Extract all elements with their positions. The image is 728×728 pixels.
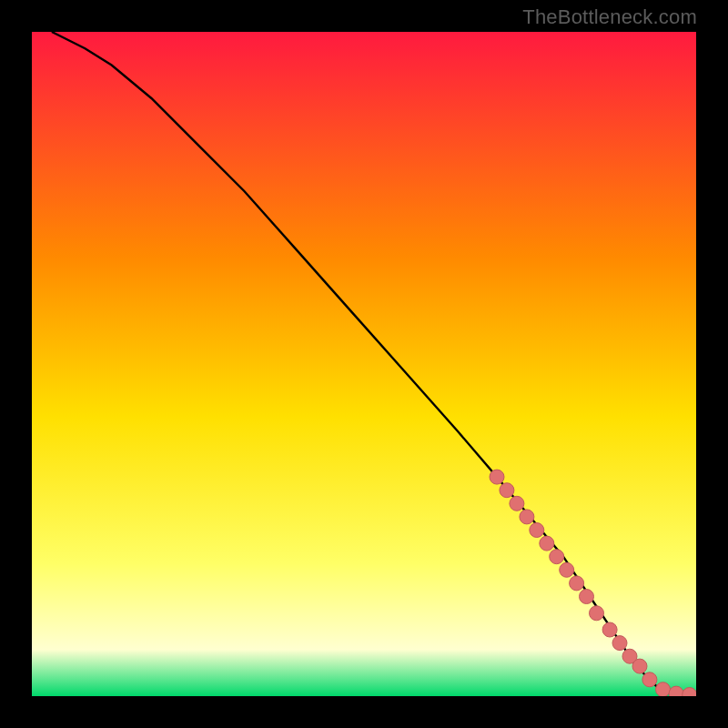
curve-marker [632, 659, 647, 673]
curve-marker [642, 672, 657, 687]
curve-marker [500, 483, 514, 498]
watermark-text: TheBottleneck.com [522, 5, 697, 29]
curve-marker [520, 510, 534, 524]
curve-marker [560, 562, 574, 577]
gradient-background [32, 32, 696, 696]
chart-plot [32, 32, 696, 696]
curve-marker [580, 590, 594, 604]
curve-marker [570, 576, 584, 591]
curve-marker [490, 470, 504, 484]
curve-marker [510, 496, 524, 511]
curve-marker [656, 682, 671, 696]
curve-marker [530, 523, 544, 538]
curve-marker [550, 550, 564, 564]
curve-marker [612, 636, 627, 651]
curve-marker [602, 622, 617, 637]
curve-marker [669, 686, 683, 696]
curve-marker [540, 536, 554, 551]
chart-frame [32, 32, 696, 696]
curve-marker [590, 606, 604, 621]
